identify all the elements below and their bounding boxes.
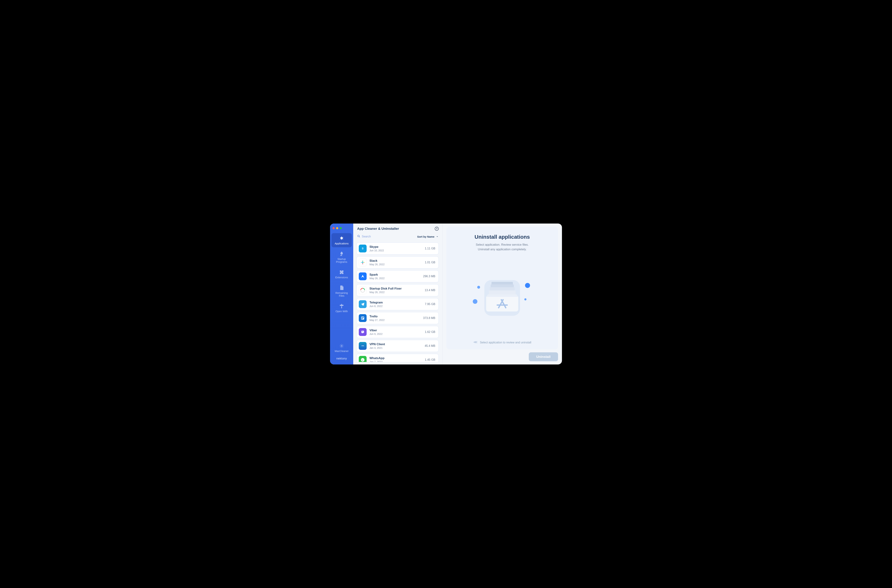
app-row-date: Jun 8, 2022 [369, 305, 422, 308]
app-row-date: Jun 10, 2022 [369, 249, 422, 252]
svg-point-16 [477, 286, 480, 289]
trello-icon [359, 314, 367, 322]
sort-button[interactable]: Sort by Name [417, 235, 438, 238]
svg-point-19 [524, 298, 526, 300]
empty-state-subtitle: Select application. Review service files… [476, 243, 529, 252]
app-row-size: 1.62 GB [425, 330, 435, 334]
app-row-meta: Spark May 26, 2022 [369, 273, 420, 280]
app-row-name: WhatsApp [369, 357, 422, 360]
sdff-icon [359, 286, 367, 294]
close-window-button[interactable] [333, 227, 335, 229]
app-window: Applications Startup Programs Extensions… [330, 224, 562, 364]
app-row-meta: Skype Jun 10, 2022 [369, 245, 422, 252]
app-row[interactable]: Spark May 26, 2022 296.3 MB [357, 270, 439, 282]
empty-state-hint-text: Select application to review and uninsta… [480, 341, 531, 344]
app-row-meta: WhatsApp Jan 7, 2022 [369, 357, 422, 362]
app-row-size: 1.11 GB [425, 247, 435, 250]
app-list[interactable]: Skype Jun 10, 2022 1.11 GB Slack May 26,… [357, 243, 440, 362]
app-row[interactable]: Viber Jun 9, 2022 1.62 GB [357, 326, 439, 338]
app-row-name: VPN Client [369, 342, 422, 346]
minimize-window-button[interactable] [336, 227, 338, 229]
sidebar-item-label: Open With [336, 310, 348, 313]
app-row[interactable]: Slack May 26, 2022 1.01 GB [357, 256, 439, 268]
app-row-date: May 27, 2022 [369, 319, 420, 321]
spark-icon [359, 272, 367, 280]
search-field[interactable] [357, 235, 390, 238]
app-row-meta: Telegram Jun 8, 2022 [369, 301, 422, 308]
app-row[interactable]: VPN VPN Client Jan 4, 2021 45.4 MB [357, 340, 439, 352]
sidebar-item-label: Startup Programs [336, 258, 347, 264]
sidebar-item-maccleaner[interactable]: MacCleaner [331, 341, 352, 355]
svg-text:VPN: VPN [361, 345, 364, 346]
app-row-size: 7.95 GB [425, 303, 435, 306]
zoom-window-button[interactable] [340, 227, 342, 229]
sidebar-item-applications[interactable]: Applications [331, 233, 352, 247]
panel-header: App Cleaner & Uninstaller ? [357, 227, 440, 232]
svg-point-0 [358, 235, 360, 237]
app-row[interactable]: WhatsApp Jan 7, 2022 1.45 GB [357, 354, 439, 362]
app-row-date: Jan 4, 2021 [369, 346, 422, 349]
app-row-meta: Startup Disk Full Fixer May 26, 2022 [369, 287, 422, 294]
sidebar-item-extensions[interactable]: Extensions [331, 267, 352, 281]
app-row-name: Spark [369, 273, 420, 276]
svg-point-18 [525, 283, 530, 288]
chevron-down-icon [436, 235, 438, 238]
slack-icon [359, 258, 367, 266]
svg-rect-5 [364, 262, 364, 263]
app-row[interactable]: Startup Disk Full Fixer May 26, 2022 13.… [357, 284, 439, 296]
app-row-name: Trello [369, 315, 420, 318]
empty-state-sub-line: Uninstall any application completely. [478, 248, 527, 251]
empty-state-illustration [453, 254, 551, 339]
viber-icon [359, 328, 367, 336]
sidebar-item-startup-programs[interactable]: Startup Programs [331, 249, 352, 266]
svg-rect-3 [361, 262, 361, 263]
sort-label: Sort by Name [417, 235, 435, 238]
panel-title: App Cleaner & Uninstaller [357, 227, 399, 231]
app-row-name: Viber [369, 328, 422, 332]
app-row-size: 373.8 MB [423, 316, 435, 320]
svg-line-1 [359, 237, 360, 237]
help-button[interactable]: ? [435, 227, 439, 231]
svg-rect-12 [363, 317, 364, 318]
search-icon [357, 235, 360, 238]
svg-rect-8 [362, 262, 364, 263]
app-list-panel: App Cleaner & Uninstaller ? Sort by Name [353, 224, 442, 364]
app-row-date: May 26, 2022 [369, 291, 422, 294]
app-row[interactable]: Trello May 27, 2022 373.8 MB [357, 312, 439, 324]
svg-rect-6 [362, 263, 363, 264]
app-row-meta: Trello May 27, 2022 [369, 315, 420, 321]
telegram-icon [359, 300, 367, 308]
uninstall-button[interactable]: Uninstall [529, 352, 558, 361]
skype-icon [359, 244, 367, 252]
signpost-icon [339, 303, 344, 309]
sidebar-item-label: Remaining Files [336, 291, 348, 297]
app-row-size: 45.4 MB [424, 344, 435, 348]
sidebar: Applications Startup Programs Extensions… [330, 224, 353, 364]
vpn-icon: VPN [359, 342, 367, 350]
search-input[interactable] [362, 235, 390, 238]
app-row-meta: VPN Client Jan 4, 2021 [369, 342, 422, 349]
app-row-meta: Slack May 26, 2022 [369, 259, 422, 266]
app-row-date: Jan 7, 2022 [369, 360, 422, 362]
app-row-name: Telegram [369, 301, 422, 304]
app-row-name: Slack [369, 259, 422, 262]
svg-point-17 [473, 299, 477, 304]
puzzle-icon [339, 270, 344, 275]
app-row-date: May 26, 2022 [369, 263, 422, 266]
app-row-size: 1.45 GB [425, 358, 435, 362]
snowflake-icon [339, 343, 344, 349]
arrow-left-icon [473, 340, 478, 345]
svg-rect-11 [362, 317, 363, 319]
app-row-name: Startup Disk Full Fixer [369, 287, 422, 290]
svg-rect-4 [362, 261, 363, 261]
sidebar-item-open-with[interactable]: Open With [331, 301, 352, 315]
svg-point-13 [362, 331, 362, 332]
app-row-meta: Viber Jun 9, 2022 [369, 328, 422, 335]
app-row[interactable]: Telegram Jun 8, 2022 7.95 GB [357, 298, 439, 310]
window-controls [330, 225, 353, 232]
file-icon [339, 285, 344, 290]
empty-state-card: Uninstall applications Select applicatio… [446, 227, 558, 350]
app-row[interactable]: Skype Jun 10, 2022 1.11 GB [357, 243, 439, 255]
sidebar-item-remaining-files[interactable]: Remaining Files [331, 283, 352, 300]
svg-rect-10 [361, 316, 364, 320]
